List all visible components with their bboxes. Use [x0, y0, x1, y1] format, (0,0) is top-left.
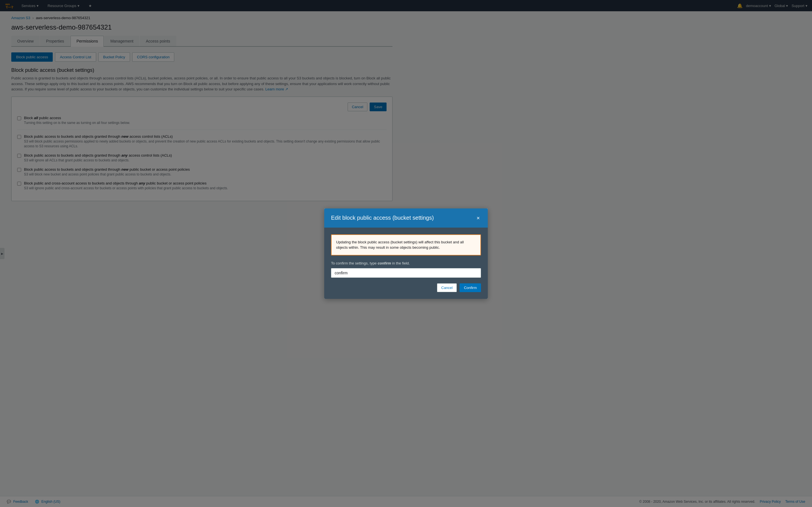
modal-confirm-instruction: To confirm the settings, type confirm in… [331, 261, 481, 265]
modal-header: Edit block public access (bucket setting… [324, 209, 488, 228]
modal-confirm-button[interactable]: Confirm [460, 283, 481, 292]
modal-footer: Cancel Confirm [331, 283, 481, 292]
modal-title: Edit block public access (bucket setting… [331, 215, 434, 221]
modal-body: Updating the block public access (bucket… [324, 228, 488, 299]
modal-cancel-button[interactable]: Cancel [437, 283, 457, 292]
modal-confirm-input[interactable] [331, 268, 481, 278]
modal-close-button[interactable]: × [475, 214, 481, 222]
modal-dialog: Edit block public access (bucket setting… [324, 209, 488, 299]
modal-overlay: Edit block public access (bucket setting… [0, 0, 812, 507]
modal-warning: Updating the block public access (bucket… [331, 234, 481, 256]
